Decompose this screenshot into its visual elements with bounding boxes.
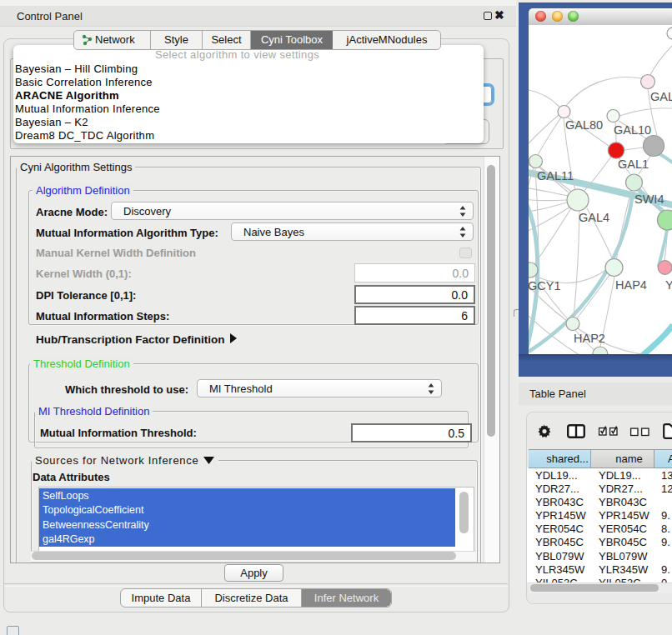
svg-text:HAP4: HAP4 xyxy=(615,278,647,292)
svg-text:GAL1: GAL1 xyxy=(618,158,649,171)
svg-text:HAP2: HAP2 xyxy=(574,332,605,345)
svg-text:SWI4: SWI4 xyxy=(634,192,664,206)
svg-text:Y: Y xyxy=(665,278,672,292)
svg-text:GAL80: GAL80 xyxy=(565,118,603,132)
svg-text:GAL10: GAL10 xyxy=(614,123,651,137)
svg-text:GAL4: GAL4 xyxy=(579,211,609,224)
svg-text:GAL11: GAL11 xyxy=(537,169,574,182)
svg-text:GAL: GAL xyxy=(650,90,672,103)
svg-text:GCY1: GCY1 xyxy=(529,279,561,292)
